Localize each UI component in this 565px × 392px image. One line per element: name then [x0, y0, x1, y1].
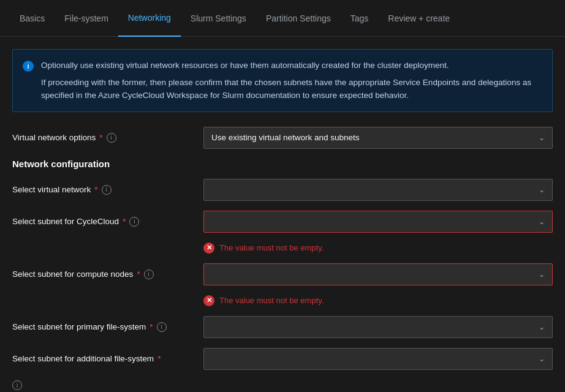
network-configuration-heading: Network configuration: [12, 159, 553, 169]
virtual-network-options-dropdown[interactable]: Use existing virtual network and subnets…: [203, 127, 553, 149]
select-subnet-cyclecloud-info-icon[interactable]: i: [129, 217, 139, 227]
compute-error-text: The value must not be empty.: [219, 296, 324, 305]
select-subnet-primary-row: Select subnet for primary file-system * …: [12, 316, 553, 338]
chevron-down-icon: ⌄: [539, 355, 545, 363]
chevron-down-icon: ⌄: [539, 134, 545, 142]
bottom-info: i: [12, 380, 553, 391]
select-subnet-cyclecloud-row: Select subnet for CycleCloud * i ⌄: [12, 211, 553, 233]
select-virtual-network-row: Select virtual network * i ⌄: [12, 179, 553, 201]
required-star-primary: *: [150, 322, 153, 331]
info-box: i Optionally use existing virtual networ…: [12, 49, 553, 112]
cyclecloud-error-text: The value must not be empty.: [219, 243, 324, 252]
tab-basics[interactable]: Basics: [10, 0, 55, 37]
main-content: i Optionally use existing virtual networ…: [0, 37, 565, 392]
select-virtual-network-dropdown[interactable]: ⌄: [203, 179, 553, 201]
required-star-compute: *: [137, 270, 140, 279]
required-star: *: [99, 133, 102, 142]
tab-slurm[interactable]: Slurm Settings: [181, 0, 256, 37]
select-subnet-compute-row: Select subnet for compute nodes * i ⌄: [12, 263, 553, 285]
error-icon-compute: ✕: [203, 295, 214, 306]
select-subnet-cyclecloud-label: Select subnet for CycleCloud * i: [12, 217, 196, 227]
select-subnet-cyclecloud-dropdown[interactable]: ⌄: [203, 211, 553, 233]
select-subnet-primary-info-icon[interactable]: i: [157, 322, 167, 332]
chevron-down-icon: ⌄: [539, 323, 545, 331]
nav-tabs: Basics File-system Networking Slurm Sett…: [0, 0, 565, 37]
info-icon: i: [23, 61, 34, 72]
virtual-network-options-row: Virtual network options * i Use existing…: [12, 127, 553, 149]
chevron-down-icon: ⌄: [539, 186, 545, 194]
cyclecloud-error-row: ✕ The value must not be empty.: [203, 243, 553, 254]
chevron-down-icon: ⌄: [539, 270, 545, 279]
tab-filesystem[interactable]: File-system: [55, 0, 118, 37]
error-icon-cyclecloud: ✕: [203, 243, 214, 254]
tab-networking[interactable]: Networking: [118, 0, 181, 37]
tab-tags[interactable]: Tags: [341, 0, 379, 37]
virtual-network-options-info-icon[interactable]: i: [107, 133, 116, 143]
chevron-down-icon: ⌄: [539, 217, 545, 226]
required-star-additional: *: [157, 354, 161, 363]
select-subnet-primary-label: Select subnet for primary file-system * …: [12, 322, 196, 332]
virtual-network-options-value: Use existing virtual network and subnets: [211, 133, 360, 142]
bottom-info-icon[interactable]: i: [12, 380, 22, 390]
info-icon-wrap: i: [23, 61, 34, 102]
virtual-network-options-label: Virtual network options * i: [12, 133, 196, 143]
compute-error-row: ✕ The value must not be empty.: [203, 295, 553, 306]
required-star-vnet: *: [94, 185, 97, 194]
select-subnet-additional-label: Select subnet for additional file-system…: [12, 354, 196, 363]
info-line1: Optionally use existing virtual network …: [41, 59, 542, 72]
required-star-cc: *: [123, 217, 126, 226]
select-subnet-compute-dropdown[interactable]: ⌄: [203, 263, 553, 285]
tab-partition[interactable]: Partition Settings: [256, 0, 341, 37]
select-subnet-additional-row: Select subnet for additional file-system…: [12, 348, 553, 370]
select-subnet-additional-dropdown[interactable]: ⌄: [203, 348, 553, 370]
select-virtual-network-label: Select virtual network * i: [12, 185, 196, 195]
tab-review[interactable]: Review + create: [378, 0, 460, 37]
select-subnet-compute-label: Select subnet for compute nodes * i: [12, 270, 196, 279]
select-subnet-primary-dropdown[interactable]: ⌄: [203, 316, 553, 338]
info-line2: If proceeding with the former, then plea…: [41, 77, 542, 102]
info-text: Optionally use existing virtual network …: [41, 59, 542, 102]
select-virtual-network-info-icon[interactable]: i: [102, 185, 112, 195]
select-subnet-compute-info-icon[interactable]: i: [144, 270, 154, 279]
